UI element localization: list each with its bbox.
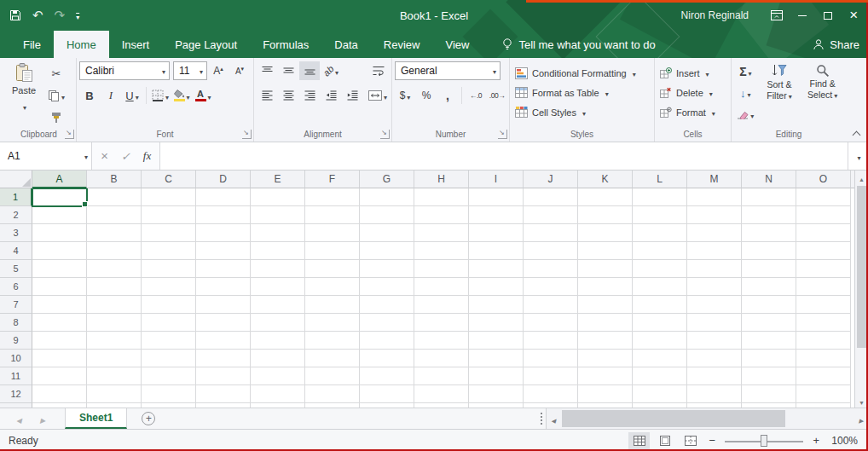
cell-A5[interactable]: [32, 260, 87, 278]
cut-button[interactable]: [46, 64, 67, 83]
cell-J6[interactable]: [524, 278, 578, 296]
cell-M3[interactable]: [687, 224, 742, 242]
redo-button[interactable]: [55, 8, 66, 23]
column-header-G[interactable]: G: [360, 171, 414, 188]
cell-M6[interactable]: [687, 278, 742, 296]
cell-L6[interactable]: [633, 278, 687, 296]
cell-M2[interactable]: [687, 206, 742, 224]
cell-O12[interactable]: [796, 385, 851, 403]
cell-E10[interactable]: [251, 350, 305, 367]
cell-A4[interactable]: [32, 242, 87, 260]
tab-page-layout[interactable]: Page Layout: [162, 31, 250, 58]
borders-button[interactable]: [150, 86, 171, 105]
undo-button[interactable]: [32, 8, 43, 23]
tab-formulas[interactable]: Formulas: [250, 31, 321, 58]
cell-C7[interactable]: [142, 296, 196, 314]
cell-B6[interactable]: [87, 278, 142, 296]
zoom-level[interactable]: 100%: [827, 435, 858, 447]
previous-sheet-button[interactable]: [7, 408, 31, 429]
cell-C10[interactable]: [142, 350, 196, 367]
cell-K6[interactable]: [578, 278, 633, 296]
customize-qat-button[interactable]: [76, 8, 79, 23]
row-header-1[interactable]: 1: [0, 188, 32, 206]
alignment-dialog-launcher[interactable]: [380, 130, 390, 139]
cell-D5[interactable]: [196, 260, 251, 278]
conditional-formatting-button[interactable]: Conditional Formatting: [512, 64, 651, 82]
cell-B10[interactable]: [87, 350, 142, 367]
cell-A1[interactable]: [32, 188, 87, 206]
cell-B1[interactable]: [87, 188, 142, 206]
cell-K11[interactable]: [578, 367, 633, 385]
cell-I5[interactable]: [469, 260, 524, 278]
cell-L2[interactable]: [633, 206, 687, 224]
page-layout-view-button[interactable]: [654, 432, 675, 449]
cell-L5[interactable]: [633, 260, 687, 278]
cell-N2[interactable]: [742, 206, 796, 224]
font-color-button[interactable]: A: [193, 86, 213, 105]
cell-G3[interactable]: [360, 224, 414, 242]
accounting-format-button[interactable]: $: [395, 86, 415, 105]
cell-J9[interactable]: [524, 332, 578, 350]
wrap-text-button[interactable]: [368, 61, 389, 80]
cell-F11[interactable]: [305, 367, 360, 385]
cell-K8[interactable]: [578, 314, 633, 332]
cell-K2[interactable]: [578, 206, 633, 224]
minimize-button[interactable]: [790, 0, 815, 31]
cell-D8[interactable]: [196, 314, 251, 332]
cell-L9[interactable]: [633, 332, 687, 350]
column-header-I[interactable]: I: [469, 171, 524, 188]
paste-button[interactable]: Paste: [4, 60, 43, 127]
format-as-table-button[interactable]: Format as Table: [512, 84, 651, 101]
cell-styles-button[interactable]: Cell Styles: [512, 103, 651, 121]
column-header-L[interactable]: L: [633, 171, 687, 188]
next-sheet-button[interactable]: [31, 408, 55, 429]
cell-O7[interactable]: [796, 296, 851, 314]
cell-J12[interactable]: [524, 385, 578, 403]
cell-J8[interactable]: [524, 314, 578, 332]
cell-M8[interactable]: [687, 314, 742, 332]
format-painter-button[interactable]: [46, 108, 67, 127]
decrease-font-size-button[interactable]: A: [229, 61, 250, 80]
scroll-left-button[interactable]: [547, 408, 560, 429]
share-button[interactable]: Share: [813, 31, 859, 58]
select-all-button[interactable]: [0, 171, 32, 188]
cell-E11[interactable]: [251, 367, 305, 385]
row-header-9[interactable]: 9: [0, 332, 32, 350]
row-header-5[interactable]: 5: [0, 260, 32, 278]
cell-O10[interactable]: [796, 350, 851, 367]
row-header-10[interactable]: 10: [0, 350, 32, 367]
cell-A3[interactable]: [32, 224, 87, 242]
align-center-button[interactable]: [278, 86, 298, 105]
tab-scrollbar-splitter[interactable]: [537, 408, 546, 429]
cell-M4[interactable]: [687, 242, 742, 260]
tab-file[interactable]: File: [10, 31, 54, 58]
cell-H1[interactable]: [414, 188, 469, 206]
cell-H5[interactable]: [414, 260, 469, 278]
column-header-F[interactable]: F: [305, 171, 360, 188]
cell-J4[interactable]: [524, 242, 578, 260]
comma-style-button[interactable]: ,: [437, 86, 458, 105]
clear-button[interactable]: [734, 105, 757, 124]
cell-L12[interactable]: [633, 385, 687, 403]
autosum-button[interactable]: Σ: [734, 62, 757, 81]
cell-D7[interactable]: [196, 296, 251, 314]
cell-G12[interactable]: [360, 385, 414, 403]
column-header-J[interactable]: J: [524, 171, 578, 188]
cell-C2[interactable]: [142, 206, 196, 224]
cell-C4[interactable]: [142, 242, 196, 260]
bold-button[interactable]: B: [79, 86, 100, 105]
sort-filter-button[interactable]: Sort & Filter: [759, 60, 801, 127]
cell-G11[interactable]: [360, 367, 414, 385]
ribbon-display-options-button[interactable]: [764, 0, 790, 31]
cell-M7[interactable]: [687, 296, 742, 314]
column-header-B[interactable]: B: [87, 171, 142, 188]
tab-insert[interactable]: Insert: [109, 31, 163, 58]
cell-N1[interactable]: [742, 188, 796, 206]
cell-C12[interactable]: [142, 385, 196, 403]
cell-O4[interactable]: [796, 242, 851, 260]
cell-L10[interactable]: [633, 350, 687, 367]
cell-G8[interactable]: [360, 314, 414, 332]
cell-D1[interactable]: [196, 188, 251, 206]
cell-L7[interactable]: [633, 296, 687, 314]
percent-style-button[interactable]: %: [416, 86, 437, 105]
